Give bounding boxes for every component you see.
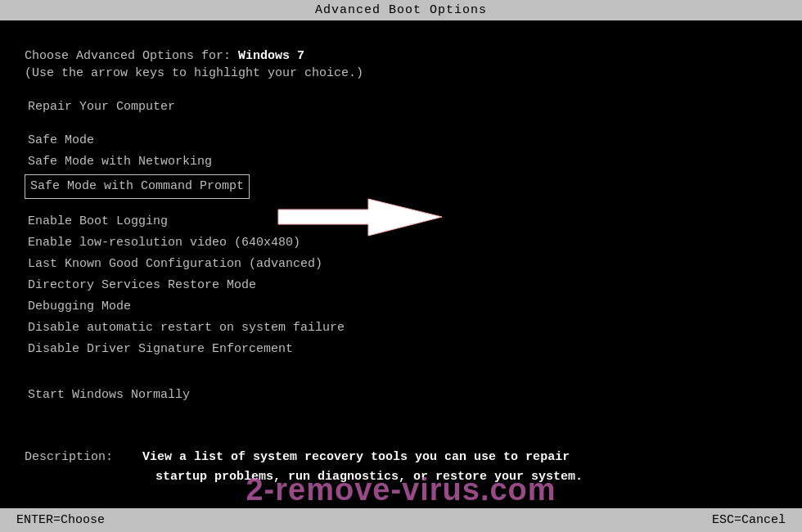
- description-text-line2: startup problems, run diagnostics, or re…: [155, 470, 583, 484]
- bios-screen: Advanced Boot Options Choose Advanced Op…: [0, 0, 802, 532]
- description-line2: startup problems, run diagnostics, or re…: [25, 467, 777, 487]
- header-line2: (Use the arrow keys to highlight your ch…: [25, 66, 777, 80]
- svg-marker-0: [278, 199, 442, 236]
- menu-item-safe-mode-networking[interactable]: Safe Mode with Networking: [25, 151, 777, 173]
- title-text: Advanced Boot Options: [315, 3, 487, 17]
- esc-cancel-label: ESC=Cancel: [712, 513, 786, 527]
- menu-item-start-windows[interactable]: Start Windows Normally: [25, 385, 777, 406]
- menu-item-repair[interactable]: Repair Your Computer: [25, 97, 777, 118]
- header-prefix: Choose Advanced Options for:: [25, 49, 238, 63]
- menu-item-disable-driver-sig[interactable]: Disable Driver Signature Enforcement: [25, 339, 777, 360]
- bottom-bar: ENTER=Choose ESC=Cancel: [0, 508, 802, 532]
- menu-section: Repair Your Computer Safe Mode Safe Mode…: [25, 97, 777, 406]
- description-text-line1: View a list of system recovery tools you…: [142, 450, 570, 464]
- description-label: Description:: [25, 450, 113, 464]
- menu-item-safe-mode-cmd[interactable]: Safe Mode with Command Prompt: [25, 174, 250, 199]
- menu-item-directory-services[interactable]: Directory Services Restore Mode: [25, 275, 777, 296]
- description-section: Description: View a list of system recov…: [25, 448, 777, 487]
- menu-item-safe-mode[interactable]: Safe Mode: [25, 130, 777, 151]
- header-os-name: Windows 7: [238, 49, 304, 63]
- menu-item-last-known-good[interactable]: Last Known Good Configuration (advanced): [25, 254, 777, 275]
- menu-item-disable-restart[interactable]: Disable automatic restart on system fail…: [25, 318, 777, 339]
- menu-item-debugging[interactable]: Debugging Mode: [25, 296, 777, 318]
- header-line1: Choose Advanced Options for: Windows 7: [25, 49, 777, 63]
- title-bar: Advanced Boot Options: [0, 0, 802, 20]
- arrow-indicator: [262, 195, 426, 244]
- description-line1: Description: View a list of system recov…: [25, 448, 777, 467]
- enter-choose-label: ENTER=Choose: [16, 513, 105, 527]
